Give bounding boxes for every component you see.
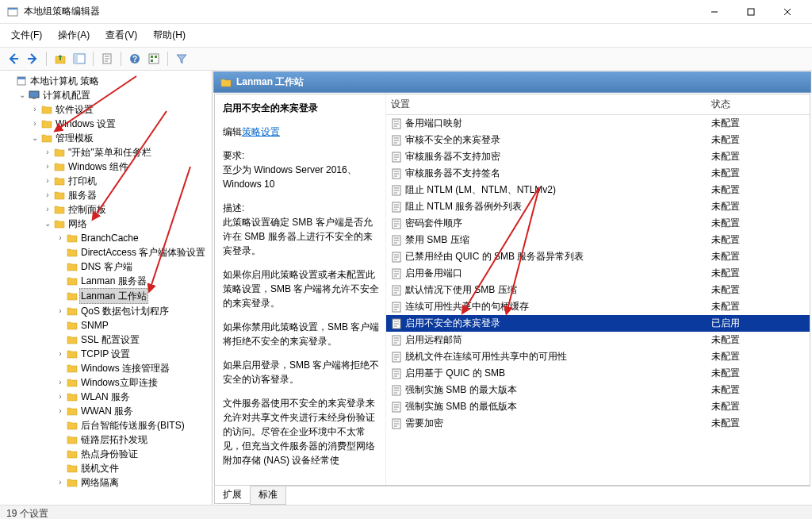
tree-servers[interactable]: ›服务器 [41,188,212,202]
setting-row[interactable]: 审核服务器不支持签名未配置 [386,165,810,182]
menu-action[interactable]: 操作(A) [55,27,93,44]
expand-icon[interactable]: › [56,404,65,418]
collapse-icon[interactable]: ⌄ [43,217,52,231]
menu-view[interactable]: 查看(V) [102,27,140,44]
expand-icon[interactable]: › [43,145,52,160]
back-button[interactable] [5,50,22,67]
setting-row[interactable]: 密码套件顺序未配置 [386,215,810,232]
close-button[interactable] [769,0,806,24]
expand-icon[interactable]: › [56,475,65,490]
expand-icon[interactable]: › [30,102,40,117]
description-text-2: 如果你启用此策略设置或者未配置此策略设置，SMB 客户端将允许不安全的来宾登录。 [223,267,381,310]
setting-state: 未配置 [707,149,810,164]
tree-bits[interactable]: 后台智能传送服务(BITS) [54,418,212,432]
expand-icon[interactable]: › [43,202,52,217]
expand-icon[interactable]: › [56,375,65,390]
column-setting[interactable]: 设置 [386,94,707,114]
setting-row[interactable]: 需要加密未配置 [386,415,810,432]
filter-button[interactable] [173,50,190,67]
all-settings-button[interactable] [145,50,163,67]
tab-extended[interactable]: 扩展 [214,486,251,504]
setting-state: 未配置 [707,133,810,148]
setting-row[interactable]: 阻止 NTLM (LM、NTLM、NTLMv2)未配置 [386,182,810,198]
expand-icon[interactable]: › [56,304,65,318]
expand-icon[interactable]: › [30,117,40,131]
maximize-button[interactable] [733,0,769,24]
setting-name: 需要加密 [405,417,443,430]
tree-admin-templates[interactable]: ⌄管理模板 [29,131,212,145]
setting-row[interactable]: 审核服务器不支持加密未配置 [386,148,810,165]
toolbar: ? [0,48,812,71]
setting-row[interactable]: 已禁用经由 QUIC 的 SMB 服务器异常列表未配置 [386,248,810,265]
tree-network[interactable]: ⌄网络 [41,217,212,231]
tree-lanman-server[interactable]: Lanman 服务器 [54,274,212,288]
expand-icon[interactable]: › [43,160,52,174]
tree-offline[interactable]: 脱机文件 [54,461,212,475]
setting-state: 未配置 [707,216,810,231]
tree-snmp[interactable]: SNMP [54,318,212,333]
tree-hotspot[interactable]: 热点身份验证 [54,447,212,461]
tree-ssl[interactable]: SSL 配置设置 [54,333,212,347]
tree-conn-mgr[interactable]: Windows 连接管理器 [54,361,212,375]
show-hide-tree-button[interactable] [71,50,88,67]
column-state[interactable]: 状态 [707,94,810,114]
minimize-button[interactable] [696,0,733,24]
setting-row[interactable]: 脱机文件在连续可用性共享中的可用性未配置 [386,348,810,365]
tree-tcpip[interactable]: ›TCPIP 设置 [54,347,212,361]
tree-root[interactable]: 本地计算机 策略 [3,74,212,88]
collapse-icon[interactable]: ⌄ [17,88,27,102]
expand-icon[interactable]: › [56,347,65,361]
setting-row[interactable]: 审核不安全的来宾登录未配置 [386,132,810,148]
tree-pane[interactable]: 本地计算机 策略 ⌄ 计算机配置 ›软件设置 ›Windows 设置 [0,71,213,505]
list-body[interactable]: 备用端口映射未配置审核不安全的来宾登录未配置审核服务器不支持加密未配置审核服务器… [386,115,810,485]
setting-row[interactable]: 强制实施 SMB 的最大版本未配置 [386,382,810,398]
tree-printers[interactable]: ›打印机 [41,174,212,188]
folder-icon [67,363,78,374]
tree-start-menu[interactable]: ›"开始"菜单和任务栏 [41,145,212,160]
setting-row[interactable]: 启用备用端口未配置 [386,265,810,282]
folder-icon [67,434,78,445]
setting-state: 已启用 [707,316,810,331]
tree-wwan[interactable]: ›WWAN 服务 [54,404,212,418]
tree-windows-settings[interactable]: ›Windows 设置 [29,117,212,131]
expand-icon[interactable]: › [56,390,65,404]
tree-win-components[interactable]: ›Windows 组件 [41,160,212,174]
setting-state: 未配置 [707,199,810,214]
menu-file[interactable]: 文件(F) [8,27,45,44]
tree-dns-client[interactable]: DNS 客户端 [54,260,212,274]
expand-icon[interactable]: › [43,174,52,188]
forward-button[interactable] [24,50,41,67]
tree-lltd[interactable]: 链路层拓扑发现 [54,432,212,447]
menu-help[interactable]: 帮助(H) [150,27,189,44]
setting-row[interactable]: 连续可用性共享中的句柄缓存未配置 [386,298,810,315]
tree-win-now[interactable]: ›Windows立即连接 [54,375,212,390]
setting-row[interactable]: 强制实施 SMB 的最低版本未配置 [386,398,810,415]
tree-qos[interactable]: ›QoS 数据包计划程序 [54,304,212,318]
policy-icon [16,75,27,86]
properties-button[interactable] [98,50,116,67]
setting-row[interactable]: 禁用 SMB 压缩未配置 [386,232,810,248]
tree-directaccess[interactable]: DirectAccess 客户端体验设置 [54,245,212,260]
expand-icon[interactable]: › [43,188,52,202]
setting-row[interactable]: 启用不安全的来宾登录已启用 [386,315,810,332]
tree-software[interactable]: ›软件设置 [29,102,212,117]
tree-control-panel[interactable]: ›控制面板 [41,202,212,217]
collapse-icon[interactable]: ⌄ [30,131,40,145]
setting-row[interactable]: 启用基于 QUIC 的 SMB未配置 [386,365,810,382]
tree-wlan[interactable]: ›WLAN 服务 [54,390,212,404]
setting-row[interactable]: 阻止 NTLM 服务器例外列表未配置 [386,198,810,215]
edit-policy-link[interactable]: 策略设置 [242,126,280,137]
setting-row[interactable]: 默认情况下使用 SMB 压缩未配置 [386,282,810,298]
app-icon [6,6,19,18]
tree-lanman-workstation[interactable]: Lanman 工作站 [54,288,212,304]
tree-branchcache[interactable]: ›BranchCache [54,231,212,245]
setting-row[interactable]: 启用远程邮筒未配置 [386,332,810,348]
tree-computer-config[interactable]: ⌄ 计算机配置 [16,88,212,102]
setting-row[interactable]: 备用端口映射未配置 [386,115,810,132]
up-button[interactable] [52,50,69,67]
tab-standard[interactable]: 标准 [250,486,286,505]
help-button[interactable]: ? [126,50,144,67]
tree-isolation[interactable]: ›网络隔离 [54,475,212,490]
folder-icon [67,261,78,272]
expand-icon[interactable]: › [56,231,65,245]
